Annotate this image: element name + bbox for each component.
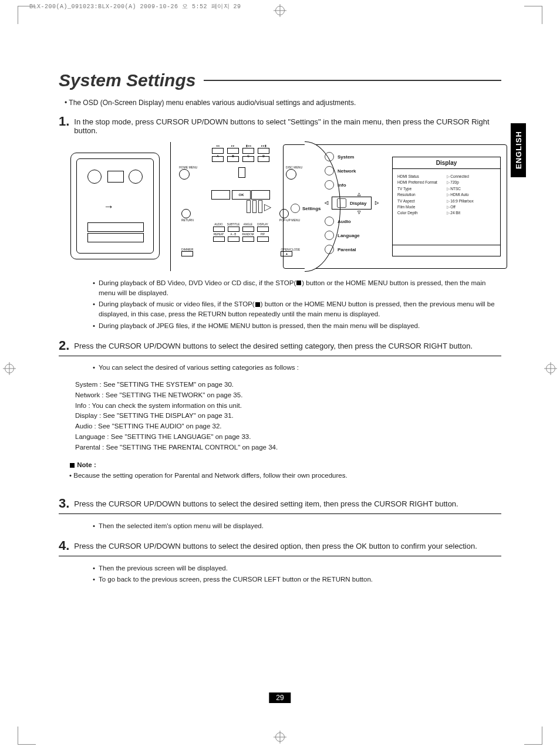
osd-panel-title: Display	[393, 157, 500, 169]
step-1-number: 1.	[59, 115, 69, 128]
registration-mark-left	[4, 364, 15, 376]
step-1-notes: During playback of BD Video, DVD Video o…	[69, 278, 501, 331]
registration-mark-icon	[275, 6, 285, 15]
audio-icon	[325, 217, 334, 226]
step-4-rule	[59, 556, 501, 556]
registration-mark-right	[545, 364, 556, 376]
language-side-tab: ENGLISH	[511, 123, 526, 177]
stop-icon	[296, 281, 301, 285]
square-bullet-icon	[70, 463, 75, 468]
step-2-note: Note : • Because the setting operation f…	[69, 460, 501, 481]
step-4-number: 4.	[59, 539, 69, 552]
step-1-text: In the stop mode, press CURSOR UP/DOWN b…	[74, 115, 501, 135]
network-icon	[325, 166, 334, 175]
osd-menu-list: System Network Info △ ◁Display▷ ▽ Audio …	[325, 150, 380, 263]
remote-illustration: → ◂◂A ▸▸B ▮◂◂C ▸▸▮D HOME MENU	[70, 142, 235, 271]
step-4-notes: Then the previous screen will be display…	[69, 563, 501, 585]
crop-marks-bottom	[0, 727, 560, 744]
registration-mark-icon	[275, 732, 285, 742]
language-icon	[325, 231, 334, 240]
info-icon	[325, 180, 334, 190]
category-list: System : See "SETTING THE SYSTEM" on pag…	[75, 380, 501, 453]
page-title: System Settings	[59, 70, 501, 90]
step-3-number: 3.	[59, 497, 69, 510]
parental-icon	[325, 245, 334, 254]
stop-icon	[255, 302, 260, 307]
osd-screen-illustration: Settings System Network Info △ ◁Display▷…	[283, 144, 507, 269]
figure-row: → ◂◂A ▸▸B ▮◂◂C ▸▸▮D HOME MENU	[70, 142, 501, 271]
step-2-text: Press the CURSOR UP/DOWN buttons to sele…	[74, 339, 473, 350]
page-title-text: System Settings	[59, 70, 195, 90]
step-2-lead: You can select the desired of various se…	[69, 363, 501, 373]
display-icon	[337, 198, 346, 208]
step-2-number: 2.	[59, 339, 69, 352]
home-menu-button-icon	[179, 169, 190, 180]
print-header-text: BLX-200(A)_091023:BLX-200(A) 2009-10-26 …	[29, 2, 241, 11]
page-number: 29	[269, 692, 291, 703]
dpad-icon: OK	[211, 183, 270, 205]
gear-icon	[291, 204, 300, 213]
step-2-rule	[59, 356, 501, 356]
step-3-rule	[59, 513, 501, 514]
system-icon	[325, 152, 334, 161]
step-4-text: Press the CURSOR UP/DOWN buttons to sele…	[74, 539, 477, 550]
intro-bullet: • The OSD (On-Screen Display) menu enabl…	[65, 99, 501, 107]
step-1: 1. In the stop mode, press CURSOR UP/DOW…	[59, 115, 501, 135]
arrow-right-icon: →	[103, 201, 114, 213]
step-4: 4. Press the CURSOR UP/DOWN buttons to s…	[59, 539, 501, 556]
step-3-text: Press the CURSOR UP/DOWN buttons to sele…	[74, 497, 458, 508]
step-2: 2. Press the CURSOR UP/DOWN buttons to s…	[59, 339, 501, 356]
title-rule	[204, 80, 501, 81]
step-3-notes: Then the selected item's option menu wil…	[69, 521, 501, 531]
osd-detail-panel: Display HDMI StatusHDMI Preferred Format…	[392, 157, 501, 256]
step-3: 3. Press the CURSOR UP/DOWN buttons to s…	[59, 497, 501, 514]
